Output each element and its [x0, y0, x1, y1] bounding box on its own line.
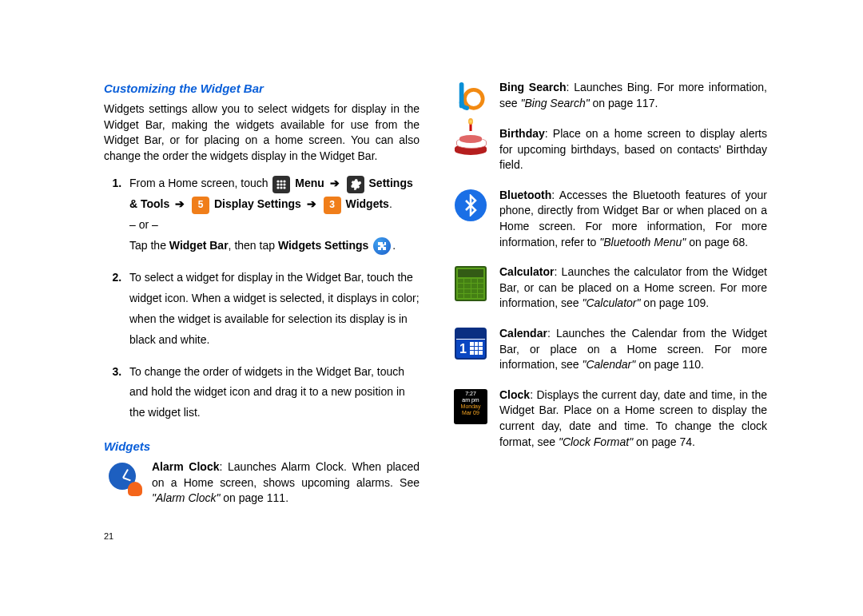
menu-grid-icon — [272, 176, 290, 193]
step1-or: – or – — [129, 218, 158, 231]
svg-point-4 — [280, 183, 283, 185]
alarm-clock-icon — [104, 459, 142, 493]
label-widgets-settings: Widgets Settings — [278, 239, 368, 252]
page-number: 21 — [104, 531, 420, 542]
calendar-ref: "Calendar" — [583, 358, 636, 371]
step1-pre: From a Home screen, touch — [129, 177, 271, 189]
calculator-post: on page 109. — [640, 296, 709, 309]
gear-icon — [347, 176, 364, 193]
bluetooth-post: on page 68. — [686, 236, 748, 248]
bluetooth-title: Bluetooth — [499, 189, 551, 201]
bing-post: on page 117. — [590, 97, 658, 109]
arrow-icon: ➔ — [307, 197, 316, 210]
bing-ref: "Bing Search" — [520, 97, 589, 109]
calendar-title: Calendar — [499, 327, 547, 340]
step1-tap2: , then tap — [229, 239, 278, 252]
widget-bing: Bing Search: Launches Bing. For more inf… — [451, 80, 767, 112]
arrow-icon: ➔ — [175, 197, 185, 210]
alarm-ref: "Alarm Clock" — [152, 491, 220, 504]
birthday-icon — [451, 126, 490, 155]
clock-day: Monday — [461, 403, 481, 409]
widget-bluetooth: Bluetooth: Accesses the Bluetooth featur… — [451, 188, 767, 250]
label-widgets: Widgets — [346, 197, 389, 210]
clock-time: 7:27 — [465, 391, 476, 396]
intro-paragraph: Widgets settings allow you to select wid… — [104, 101, 420, 164]
label-display-settings: Display Settings — [214, 197, 301, 210]
svg-point-9 — [464, 89, 483, 108]
calendar-post: on page 110. — [635, 358, 704, 371]
puzzle-icon — [373, 237, 391, 255]
clock-ampm: am pm — [462, 397, 479, 403]
svg-point-1 — [280, 180, 283, 182]
heading-customizing: Customizing the Widget Bar — [104, 80, 420, 97]
label-widget-bar: Widget Bar — [169, 239, 229, 252]
step-1: From a Home screen, touch Menu ➔ Setting… — [125, 173, 420, 256]
num5-icon: 5 — [192, 197, 209, 214]
calculator-ref: "Calculator" — [583, 296, 641, 309]
calendar-desc: Calendar: Launches the Calendar from the… — [499, 326, 767, 373]
widget-clock: 7:27 am pm Monday Mar 09 Clock: Displays… — [451, 387, 767, 450]
birthday-title: Birthday — [499, 127, 545, 140]
left-column: Customizing the Widget Bar Widgets setti… — [104, 80, 420, 542]
widget-birthday: Birthday: Place on a home screen to disp… — [451, 126, 767, 173]
svg-point-0 — [277, 180, 280, 182]
num3-icon: 3 — [324, 197, 341, 214]
bing-desc: Bing Search: Launches Bing. For more inf… — [499, 80, 767, 111]
bing-icon — [451, 80, 490, 112]
step1-tap1: Tap the — [129, 239, 169, 252]
clock-ref: "Clock Format" — [559, 435, 633, 448]
step2-text: To select a widget for display in the Wi… — [129, 271, 420, 346]
svg-point-7 — [280, 186, 283, 189]
arrow-icon: ➔ — [330, 177, 340, 189]
bluetooth-ref: "Bluetooth Menu" — [599, 236, 686, 248]
calculator-icon — [451, 264, 490, 301]
right-column: Bing Search: Launches Bing. For more inf… — [451, 80, 767, 542]
svg-point-8 — [284, 186, 286, 189]
widget-calendar: 1 Calendar: Launches the Calendar from t… — [451, 326, 767, 373]
svg-point-6 — [277, 186, 280, 189]
calculator-desc: Calculator: Launches the calculator from… — [499, 264, 767, 312]
alarm-title: Alarm Clock — [152, 460, 219, 473]
clock-post: on page 74. — [633, 435, 695, 448]
clock-date: Mar 09 — [462, 410, 479, 415]
bluetooth-icon — [451, 188, 490, 221]
label-menu: Menu — [295, 177, 324, 189]
svg-point-2 — [284, 180, 286, 182]
clock-desc: Clock: Displays the current day, date an… — [499, 387, 767, 450]
steps-list: From a Home screen, touch Menu ➔ Setting… — [125, 173, 420, 423]
svg-point-3 — [277, 183, 280, 185]
widget-alarm: Alarm Clock: Launches Alarm Clock. When … — [104, 459, 420, 507]
bing-title: Bing Search — [499, 81, 567, 93]
svg-point-5 — [284, 183, 286, 185]
heading-widgets: Widgets — [104, 438, 420, 455]
clock-icon: 7:27 am pm Monday Mar 09 — [451, 387, 490, 424]
alarm-post: on page 111. — [220, 491, 288, 504]
manual-page: Customizing the Widget Bar Widgets setti… — [0, 0, 863, 542]
alarm-desc: Alarm Clock: Launches Alarm Clock. When … — [152, 459, 420, 507]
birthday-desc: Birthday: Place on a home screen to disp… — [499, 126, 767, 173]
widget-calculator: Calculator: Launches the calculator from… — [451, 264, 767, 312]
step-2: To select a widget for display in the Wi… — [125, 268, 420, 351]
calendar-icon: 1 — [451, 326, 490, 360]
step3-text: To change the order of widgets in the Wi… — [129, 365, 405, 419]
calendar-daynum: 1 — [459, 340, 467, 358]
bluetooth-desc: Bluetooth: Accesses the Bluetooth featur… — [499, 188, 767, 250]
calculator-title: Calculator — [499, 265, 554, 278]
step-3: To change the order of widgets in the Wi… — [125, 362, 420, 424]
clock-title: Clock — [499, 388, 530, 401]
